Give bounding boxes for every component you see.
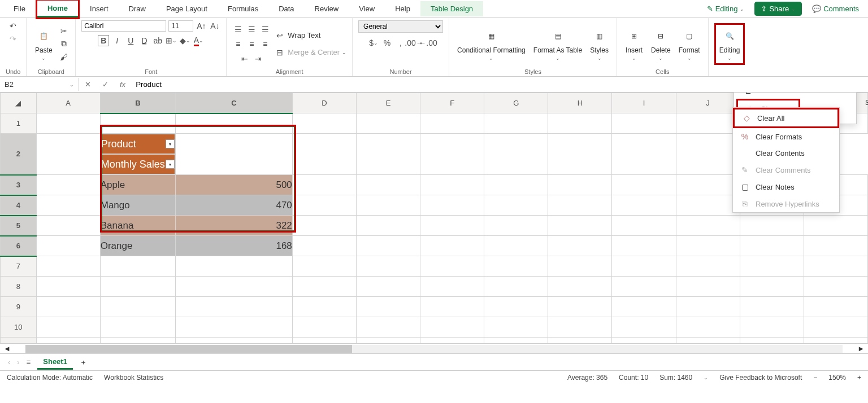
tab-page-layout[interactable]: Page Layout <box>156 1 218 16</box>
align-right-icon[interactable]: ≡ <box>259 38 271 50</box>
underline-icon[interactable]: U <box>125 35 136 46</box>
col-header[interactable]: D <box>292 93 356 113</box>
fx-icon[interactable]: fx <box>114 80 131 89</box>
col-header[interactable]: J <box>676 93 740 113</box>
cancel-formula-icon[interactable]: ✕ <box>79 80 97 89</box>
tab-insert[interactable]: Insert <box>80 1 119 16</box>
col-header[interactable]: H <box>548 93 612 113</box>
table-cell[interactable]: 470 <box>176 195 293 216</box>
share-button[interactable]: ⇪ Share⌄ <box>754 2 802 16</box>
workbook-stats-button[interactable]: Workbook Statistics <box>104 374 163 382</box>
tab-data[interactable]: Data <box>268 1 304 16</box>
row-header[interactable]: 11 <box>1 338 37 344</box>
feedback-button[interactable]: Give Feedback to Microsoft <box>719 374 802 382</box>
merge-center-button[interactable]: ⊟ Merge & Center⌄ <box>274 47 346 58</box>
table-cell[interactable]: Mango <box>100 195 176 216</box>
row-header[interactable]: 8 <box>1 277 37 297</box>
table-cell[interactable]: 322 <box>176 216 293 236</box>
clear-formats-item[interactable]: %Clear Formats <box>733 128 839 145</box>
tab-draw[interactable]: Draw <box>119 1 156 16</box>
comments-button[interactable]: 💬 Comments <box>806 2 865 15</box>
col-header[interactable]: A <box>36 93 100 113</box>
customize-status-icon[interactable]: ⌄ <box>704 375 708 380</box>
borders-icon[interactable]: ⊞⌄ <box>166 35 177 46</box>
table-cell[interactable]: 168 <box>176 236 293 256</box>
format-cells-button[interactable]: ▢ Format⌄ <box>676 26 702 62</box>
row-header[interactable]: 7 <box>1 256 37 277</box>
zoom-in-icon[interactable]: + <box>857 374 861 382</box>
name-box[interactable]: B2⌄ <box>0 78 79 91</box>
italic-icon[interactable]: I <box>111 35 123 46</box>
sheet-nav-next-icon[interactable]: › <box>17 358 19 366</box>
font-size-input[interactable] <box>168 20 193 32</box>
tab-table-design[interactable]: Table Design <box>420 1 483 16</box>
sort-filter-button[interactable]: ⧩Sort & <box>863 93 868 108</box>
add-sheet-icon[interactable]: ＋ <box>80 357 87 367</box>
col-header[interactable]: G <box>484 93 548 113</box>
clear-notes-item[interactable]: ▢Clear Notes <box>733 178 839 195</box>
align-top-icon[interactable]: ☰ <box>232 24 244 35</box>
row-header[interactable]: 10 <box>1 317 37 338</box>
align-left-icon[interactable]: ≡ <box>232 38 244 50</box>
cut-icon[interactable]: ✂ <box>58 25 70 37</box>
tab-help[interactable]: Help <box>385 1 420 16</box>
double-underline-icon[interactable]: D̳ <box>138 35 150 46</box>
align-center-icon[interactable]: ≡ <box>246 38 257 50</box>
clear-all-item[interactable]: ◇Clear All <box>735 109 837 126</box>
editing-dropdown-button[interactable]: 🔍 Editing⌄ <box>717 26 743 62</box>
conditional-formatting-button[interactable]: ▦ Conditional Formatting⌄ <box>455 26 528 62</box>
number-format-select[interactable]: General <box>358 20 443 33</box>
table-cell[interactable]: Banana <box>100 216 176 236</box>
filter-dropdown-icon[interactable]: ▾ <box>166 139 175 148</box>
row-header[interactable]: 4 <box>1 195 37 216</box>
table-cell[interactable]: Orange <box>100 236 176 256</box>
zoom-out-icon[interactable]: − <box>813 374 817 382</box>
delete-cells-button[interactable]: ⊟ Delete⌄ <box>649 26 673 62</box>
table-header-cell[interactable]: Product▾ <box>101 134 176 154</box>
table-header-cell[interactable]: Monthly Sales▾ <box>101 154 176 174</box>
bold-icon[interactable]: B <box>98 35 109 46</box>
tab-view[interactable]: View <box>349 1 385 16</box>
spreadsheet-grid[interactable]: ◢ A B C D E F G H I J K L 1 2 Product▾ M… <box>0 93 868 343</box>
horizontal-scrollbar[interactable]: ◄ ► <box>0 343 868 353</box>
format-as-table-button[interactable]: ▤ Format As Table⌄ <box>531 26 584 62</box>
scroll-right-icon[interactable]: ► <box>854 344 868 353</box>
percent-icon[interactable]: % <box>381 37 393 49</box>
undo-icon[interactable]: ↶ <box>7 20 19 32</box>
table-cell[interactable]: Apple <box>100 175 176 195</box>
col-header[interactable]: I <box>612 93 676 113</box>
font-color-icon[interactable]: A⌄ <box>193 35 204 46</box>
wrap-text-button[interactable]: ↩ Wrap Text <box>274 30 320 41</box>
decrease-font-icon[interactable]: A↓ <box>209 20 220 32</box>
row-header[interactable]: 6 <box>1 236 37 256</box>
formula-input[interactable] <box>131 78 868 91</box>
tab-home[interactable]: Home <box>37 1 78 17</box>
scroll-left-icon[interactable]: ◄ <box>0 344 14 353</box>
format-painter-icon[interactable]: 🖌 <box>58 51 70 63</box>
redo-icon[interactable]: ↷ <box>7 33 19 45</box>
table-cell[interactable]: 500 <box>176 175 293 195</box>
tab-formulas[interactable]: Formulas <box>218 1 268 16</box>
enter-formula-icon[interactable]: ✓ <box>97 80 114 89</box>
select-all-corner[interactable]: ◢ <box>1 93 37 113</box>
row-header[interactable]: 2 <box>1 134 37 175</box>
col-header[interactable]: E <box>356 93 420 113</box>
tab-file[interactable]: File <box>3 1 36 16</box>
align-middle-icon[interactable]: ☰ <box>246 24 257 35</box>
increase-font-icon[interactable]: A↑ <box>196 20 207 32</box>
decrease-indent-icon[interactable]: ⇤ <box>239 53 250 64</box>
increase-indent-icon[interactable]: ⇥ <box>253 53 264 64</box>
clear-contents-item[interactable]: Clear Contents <box>733 145 839 161</box>
strikethrough-icon[interactable]: ab <box>152 35 163 46</box>
sheet-nav-prev-icon[interactable]: ‹ <box>8 358 10 366</box>
decrease-decimal-icon[interactable]: ←.00 <box>422 37 433 49</box>
sheet-tab[interactable]: Sheet1 <box>37 355 73 370</box>
font-name-input[interactable] <box>81 20 166 32</box>
row-header[interactable]: 5 <box>1 216 37 236</box>
zoom-level[interactable]: 150% <box>828 374 846 382</box>
col-header[interactable]: B <box>100 93 176 113</box>
all-sheets-icon[interactable]: ≡ <box>27 358 31 366</box>
editing-mode-button[interactable]: ✎ Editing⌄ <box>701 2 750 15</box>
cell-styles-button[interactable]: ▥ Styles⌄ <box>588 26 611 62</box>
row-header[interactable]: 9 <box>1 297 37 317</box>
